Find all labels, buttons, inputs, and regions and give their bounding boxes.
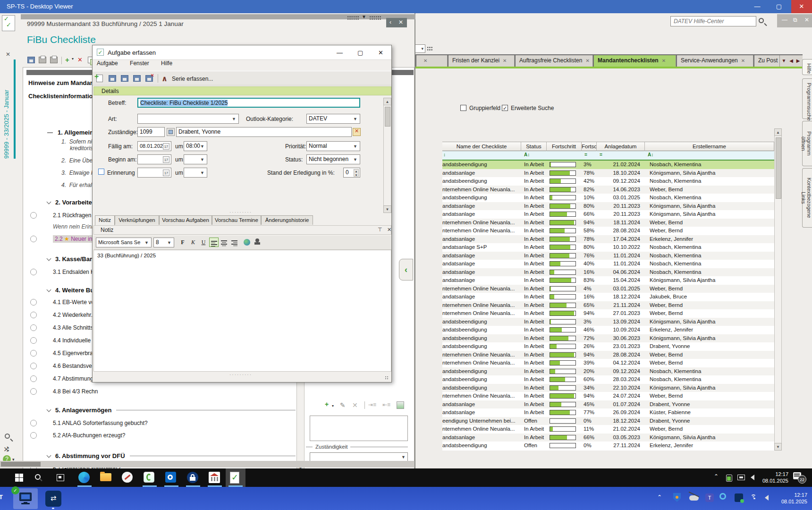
checklist-item[interactable]: 4.1 EB-Werte vor — [53, 299, 96, 306]
status-dropdown[interactable]: Nicht begonnen▼ — [306, 154, 360, 164]
wifi-icon[interactable] — [751, 494, 758, 499]
table-row[interactable]: nternehmen Online Neuanla...In Arbeit4%0… — [442, 285, 774, 293]
font-family-dropdown[interactable]: Microsoft Sans Se▼ — [96, 238, 152, 247]
chevron-down-icon[interactable] — [47, 288, 51, 292]
zustaendigkeit-box[interactable] — [310, 416, 408, 441]
table-row[interactable]: andatsbeendigungIn Arbeit60%28.03.2024No… — [442, 375, 774, 384]
teamviewer-icon[interactable]: ⇄ — [45, 491, 61, 507]
checklist-item[interactable]: 5.2 AfA-Buchungen erzeugt? — [53, 432, 125, 439]
taskbar-search-icon[interactable] — [35, 474, 47, 486]
tab-close-icon[interactable]: ✕ — [662, 58, 666, 63]
restore-icon[interactable]: ⧉ — [793, 17, 797, 23]
file-explorer-icon[interactable] — [100, 473, 112, 485]
font-size-dropdown[interactable]: 8▼ — [153, 238, 174, 247]
faellig-time-dropdown[interactable]: 08:00▼ — [184, 141, 207, 151]
table-row[interactable]: andatsanlageIn Arbeit80%20.11.2023Königs… — [442, 202, 774, 211]
splitter-handle[interactable]: ········· — [229, 210, 252, 215]
checklist-radio[interactable] — [30, 363, 37, 369]
sync-ring-icon[interactable] — [719, 493, 726, 500]
desktop-viewer-task[interactable]: ✓ — [13, 488, 38, 509]
bank-app-icon[interactable] — [209, 472, 221, 484]
checklist-item[interactable]: 2.1 Rückfragen V — [53, 212, 97, 219]
table-row[interactable]: andatsbeendigungOffen0%27.11.2024Erkelen… — [442, 442, 774, 450]
align-left-button[interactable] — [209, 238, 219, 247]
checklist-radio[interactable] — [30, 420, 37, 426]
wrench-icon[interactable]: ⚒ — [3, 446, 10, 452]
table-row[interactable]: andatsbeendigungIn Arbeit20%09.12.2024No… — [442, 367, 774, 376]
sort-indicator-icon[interactable]: ↕ — [443, 152, 446, 157]
faellig-am-field[interactable]: 08.01.2025 17 — [137, 141, 171, 151]
erinnerung-checkbox[interactable] — [98, 169, 104, 175]
sort-indicator-icon[interactable]: = — [600, 152, 602, 157]
table-row[interactable]: nternehmen Online Neuanla...In Arbeit82%… — [442, 186, 774, 194]
scroll-up-icon[interactable]: ▲ — [774, 128, 782, 136]
collapse-left-icon[interactable]: ‹ — [389, 19, 391, 26]
volume-icon[interactable] — [765, 495, 769, 501]
menu-aufgabe[interactable]: Aufgabe — [97, 60, 118, 67]
tray-clock[interactable]: 12:17 08.01.2025 — [775, 492, 807, 505]
dialog-minimize-icon[interactable]: — — [337, 49, 343, 56]
sort-indicator-icon[interactable]: A↕ — [524, 152, 530, 157]
viewer-close-icon[interactable]: ✕ — [791, 0, 812, 13]
rail-close-icon[interactable]: ✕ — [6, 51, 10, 58]
remove-assignee-icon[interactable]: ✕ — [353, 128, 361, 136]
art-dropdown[interactable]: ▼ — [137, 114, 239, 124]
table-row[interactable]: nternehmen Online Neuanla...In Arbeit65%… — [442, 301, 774, 310]
erweiterte-suche-checkbox[interactable]: ✓ — [502, 105, 508, 111]
edit-pencil-icon[interactable]: ✎ — [340, 401, 346, 409]
pane-close-icon[interactable]: ✕ — [398, 19, 403, 26]
stand-erledigung-spinner[interactable]: 0 ▲▼ — [343, 168, 360, 178]
table-row[interactable]: andatsanlageIn Arbeit66%03.05.2023Königs… — [442, 434, 774, 442]
checklist-radio[interactable] — [30, 375, 37, 382]
drag-dots-icon[interactable] — [369, 16, 381, 20]
save-icon[interactable] — [27, 57, 35, 63]
chevron-down-icon[interactable] — [47, 256, 51, 261]
side-tab-programmsuche[interactable]: Programmsuche — [802, 78, 812, 119]
table-scrollbar[interactable]: ▲ ▼ — [774, 128, 782, 450]
table-row[interactable]: andatsanlageIn Arbeit77%26.09.2024Küster… — [442, 408, 774, 417]
dialog-tab-notiz[interactable]: Notiz — [95, 215, 115, 225]
table-row[interactable]: andatsanlageIn Arbeit78%18.10.2024Königs… — [442, 169, 774, 178]
splitter-handle[interactable]: ········· — [229, 372, 252, 377]
anchor-person-icon[interactable] — [253, 238, 262, 247]
dialog-titlebar[interactable]: ✓ Aufgabe erfassen — ▢ ✕ — [93, 45, 391, 60]
new-task-icon[interactable]: + — [96, 75, 103, 82]
table-row[interactable]: andatsbeendigungIn Arbeit42%09.12.2024No… — [442, 177, 774, 186]
checklist-item[interactable]: 4.3 Alle Schnittst — [53, 324, 95, 331]
tray-chevron-icon[interactable]: ⌃ — [657, 494, 662, 501]
table-row[interactable]: andatsanlageIn Arbeit16%18.12.2024Jakube… — [442, 293, 774, 301]
dialog-tab--nderungshistorie[interactable]: Änderungshistorie — [261, 215, 313, 225]
horizontal-scrollbar[interactable] — [0, 461, 414, 468]
zustaendige-nr-field[interactable]: 1099 — [137, 127, 165, 137]
checklist-item[interactable]: 5.1 ANLAG Soforterfassung gebucht? — [53, 420, 148, 426]
spinner-arrows-icon[interactable]: ▲▼ — [354, 169, 359, 177]
table-row[interactable]: nternehmen Online Neuanla...In Arbeit94%… — [442, 351, 774, 359]
scrollbar-thumb[interactable] — [385, 107, 390, 127]
tab-auftragsfreie-checklisten[interactable]: Auftragsfreie Checklisten✕ — [516, 55, 593, 67]
tab-close-icon[interactable]: ✕ — [585, 58, 589, 63]
checklist-section[interactable]: 5. Anlagevermögen — [47, 407, 296, 414]
table-row[interactable]: andatsanlageIn Arbeit76%11.01.2024Nosbac… — [442, 252, 774, 260]
sort-icon[interactable] — [427, 46, 432, 51]
tab-close-icon[interactable]: ✕ — [503, 58, 507, 63]
calendar-icon[interactable]: 17 — [163, 143, 169, 150]
chevron-down-icon[interactable] — [47, 200, 51, 204]
resize-grip[interactable] — [385, 376, 389, 380]
outlook-icon[interactable] — [165, 472, 178, 484]
outdent-icon[interactable]: ⇤≡ — [382, 401, 390, 408]
panel-close-icon[interactable]: ✕ — [387, 227, 391, 233]
pin-icon[interactable]: ⊤ — [378, 227, 382, 233]
tab-fristen-der-kanzlei[interactable]: Fristen der Kanzlei✕ — [448, 55, 515, 67]
globe-icon[interactable] — [242, 238, 252, 247]
volume-icon[interactable] — [751, 475, 754, 480]
checklist-radio[interactable] — [30, 350, 37, 357]
checklist-item[interactable]: 4.8 Bei 4/3 Rechn — [53, 388, 98, 395]
chevron-down-icon[interactable] — [47, 453, 51, 458]
table-row[interactable]: nternehmen Online Neuanla...In Arbeit94%… — [442, 392, 774, 400]
prioritaet-dropdown[interactable]: Normal▼ — [306, 141, 360, 151]
add-dropdown-icon[interactable]: ▾ — [332, 404, 334, 408]
search-input[interactable] — [670, 16, 756, 26]
checklist-item[interactable]: 4.5 Eigenverbrau — [53, 350, 96, 357]
save-close-icon[interactable] — [121, 75, 128, 82]
delete-icon[interactable]: ✕ — [352, 401, 358, 409]
